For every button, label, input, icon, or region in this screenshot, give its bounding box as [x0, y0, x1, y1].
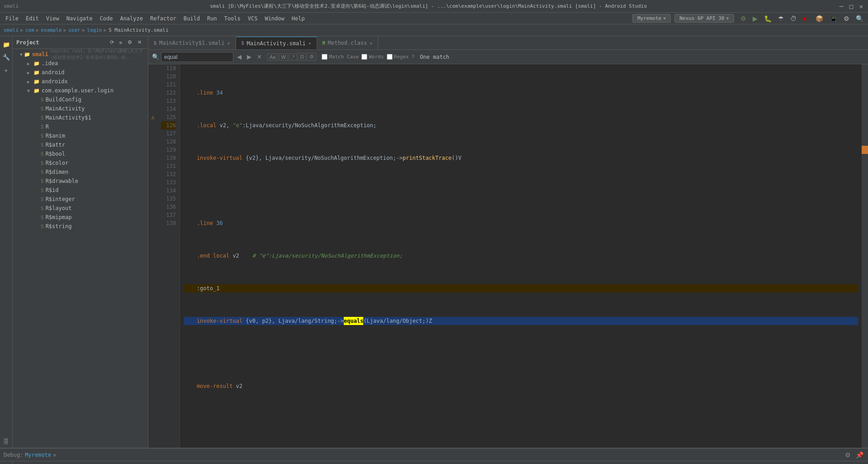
gutter-119: [148, 64, 157, 72]
stop-button[interactable]: ■: [800, 14, 809, 24]
tree-login-pkg[interactable]: ▼ 📁 com.example.user.login: [13, 86, 148, 95]
search-options-btn1[interactable]: Aa: [267, 53, 278, 61]
android-icon: 📁: [33, 70, 40, 76]
search-options-btn2[interactable]: W: [279, 53, 288, 61]
code-editor[interactable]: ⚠ 119 120 121 122 123: [148, 64, 868, 448]
editor-tabs: S MainActivity$1.smali ✕ S MainActivity.…: [148, 36, 868, 50]
tree-rdimen[interactable]: ▶ S R$dimen: [13, 167, 148, 177]
tab-method-class[interactable]: M Method.class ✕: [317, 37, 379, 49]
menu-code[interactable]: Code: [96, 14, 117, 23]
tab-mainactivity-close[interactable]: ✕: [308, 41, 311, 46]
menu-tools[interactable]: Tools: [221, 14, 244, 23]
tree-rattr-label: R$attr: [46, 142, 65, 148]
root-folder-icon: 📁: [24, 52, 30, 57]
database-icon[interactable]: 🗄: [1, 436, 12, 447]
menu-analyze[interactable]: Analyze: [116, 14, 147, 23]
maximize-button[interactable]: □: [848, 3, 854, 10]
tab-mainactivity[interactable]: S MainActivity.smali ✕: [236, 37, 317, 49]
search-icon: 🔍: [152, 53, 159, 60]
structure-icon[interactable]: 🔧: [1, 52, 12, 62]
match-case-checkbox[interactable]: [322, 54, 327, 60]
tree-androidx[interactable]: ▶ 📁 androidx: [13, 77, 148, 86]
search-next-button[interactable]: ▶: [245, 53, 253, 61]
tab-debugger[interactable]: Debugger: [16, 462, 53, 464]
tree-root[interactable]: ▼ 📁 smali sources root, D:\MyFiles\课程\大三…: [13, 50, 148, 59]
menu-refactor[interactable]: Refactor: [147, 14, 180, 23]
search-filter-btn[interactable]: ⚙: [307, 53, 316, 61]
pin-icon[interactable]: 📌: [854, 450, 864, 460]
tree-rbool[interactable]: ▶ S R$bool: [13, 149, 148, 158]
menu-view[interactable]: View: [43, 14, 63, 23]
tree-rdimen-label: R$dimen: [46, 169, 69, 175]
rlayout-icon: S: [41, 206, 44, 211]
tab-method-close[interactable]: ✕: [370, 41, 372, 46]
menu-build[interactable]: Build: [180, 14, 204, 23]
tree-login-pkg-label: com.example.user.login: [42, 87, 114, 94]
menu-run[interactable]: Run: [204, 14, 221, 23]
search-options-btn3[interactable]: .*: [289, 53, 297, 61]
tree-buildconfig[interactable]: ▶ S BuildConfig: [13, 95, 148, 104]
avd-manager-button[interactable]: 📱: [827, 14, 840, 24]
breadcrumb-smali[interactable]: smali: [4, 27, 19, 33]
search-help[interactable]: ?: [412, 54, 415, 60]
build-button[interactable]: ⚙: [738, 14, 749, 24]
tab-console[interactable]: Console: [55, 463, 89, 464]
tab-mainactivity1-close[interactable]: ✕: [228, 41, 230, 46]
search-close-button[interactable]: ✕: [255, 53, 264, 61]
project-collapse-button[interactable]: ≡: [117, 38, 125, 47]
search-input[interactable]: [161, 52, 233, 62]
tree-rstring[interactable]: ▶ S R$string: [13, 222, 148, 231]
regex-checkbox[interactable]: [387, 54, 393, 60]
code-content[interactable]: .line 34 .local v2, "e":Ljava/security/N…: [180, 64, 862, 448]
tree-rlayout[interactable]: ▶ S R$layout: [13, 204, 148, 213]
tab-mainactivity1[interactable]: S MainActivity$1.smali ✕: [148, 37, 236, 49]
tree-ranim[interactable]: ▶ S R$anim: [13, 131, 148, 140]
minimize-button[interactable]: ─: [838, 3, 844, 10]
settings-icon[interactable]: ⚙: [843, 450, 853, 460]
tree-rlayout-label: R$layout: [46, 205, 72, 211]
close-button[interactable]: ✕: [858, 3, 864, 10]
login-folder-icon: 📁: [33, 88, 40, 94]
search-prev-button[interactable]: ◀: [235, 53, 243, 61]
breadcrumb-mainactivity[interactable]: S MainActivity.smali: [109, 27, 168, 33]
menu-vcs[interactable]: VCS: [244, 14, 261, 23]
menu-file[interactable]: File: [2, 14, 22, 23]
project-icon[interactable]: 📁: [1, 39, 12, 50]
debug-tab-close[interactable]: ✕: [53, 452, 56, 458]
debug-button[interactable]: 🐛: [761, 14, 774, 24]
menu-edit[interactable]: Edit: [22, 14, 43, 23]
settings-button[interactable]: ⚙: [841, 14, 852, 24]
remote-selector[interactable]: Myremote ▼: [632, 14, 671, 23]
search-multiline-btn[interactable]: ⊡: [298, 53, 306, 61]
tree-mainactivity1[interactable]: ▶ S MainActivity$1: [13, 113, 148, 122]
project-close-button[interactable]: ✕: [135, 38, 144, 47]
profile-button[interactable]: ⏱: [787, 14, 799, 24]
bottom-panel: Debug: Myremote ✕ ⚙ 📌 ▶ ⏸ ■ ↷ ↓ ⇓ ↑ → ≡ …: [0, 448, 868, 464]
breadcrumb-example[interactable]: example: [41, 27, 62, 33]
sdk-manager-button[interactable]: 📦: [813, 14, 826, 24]
menu-navigate[interactable]: Navigate: [63, 14, 96, 23]
tree-rid[interactable]: ▶ S R$id: [13, 186, 148, 195]
tree-rmipmap[interactable]: ▶ S R$mipmap: [13, 213, 148, 222]
favorites-icon[interactable]: ★: [1, 64, 12, 75]
breadcrumb-com[interactable]: com: [25, 27, 34, 33]
breadcrumb-login[interactable]: login: [87, 27, 102, 33]
tree-mainactivity[interactable]: ▶ S MainActivity: [13, 104, 148, 113]
menu-window[interactable]: Window: [261, 14, 288, 23]
tree-rattr[interactable]: ▶ S R$attr: [13, 140, 148, 149]
tree-r[interactable]: ▶ S R: [13, 122, 148, 131]
tree-rcolor[interactable]: ▶ S R$color: [13, 158, 148, 167]
project-sync-button[interactable]: ⟳: [107, 38, 117, 47]
tree-rinteger[interactable]: ▶ S R$integer: [13, 195, 148, 204]
tree-ranim-label: R$anim: [46, 133, 65, 139]
coverage-button[interactable]: ☂: [775, 14, 787, 24]
tree-rdrawable[interactable]: ▶ S R$drawable: [13, 177, 148, 186]
words-checkbox[interactable]: [361, 54, 367, 60]
tree-android[interactable]: ▶ 📁 android: [13, 68, 148, 77]
project-settings-button[interactable]: ⚙: [125, 38, 135, 47]
breadcrumb-user[interactable]: user: [68, 27, 81, 33]
search-everywhere-button[interactable]: 🔍: [853, 14, 866, 24]
menu-help[interactable]: Help: [288, 14, 308, 23]
run-button[interactable]: ▶: [750, 14, 760, 24]
device-selector[interactable]: Nexus 6P API 30 ▼: [674, 14, 734, 23]
